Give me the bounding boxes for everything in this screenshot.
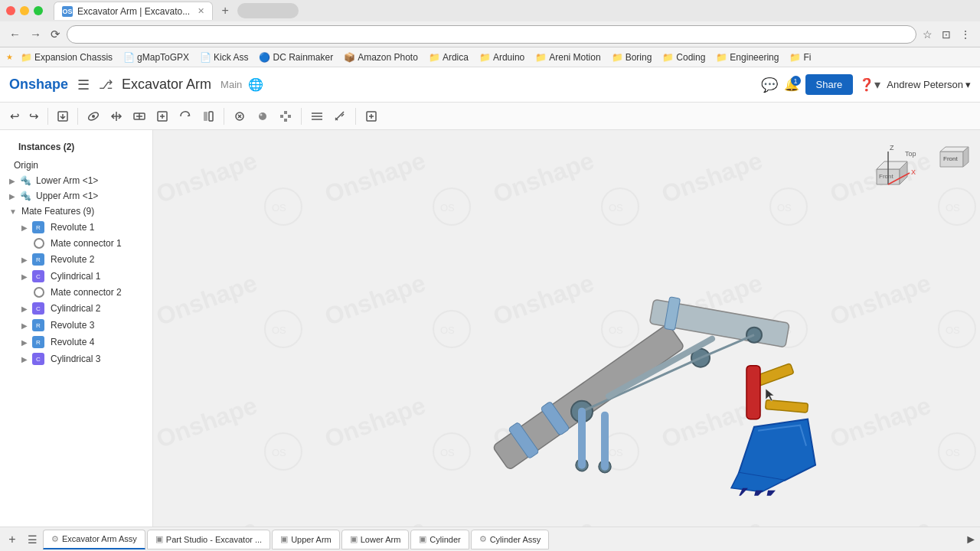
bottom-tab-part-studio[interactable]: ▣ Part Studio - Excavator ... [147, 530, 270, 549]
sidebar-revolute-4[interactable]: ▶ R Revolute 4 [0, 334, 152, 350]
svg-rect-14 [288, 115, 291, 118]
mates-button[interactable] [306, 106, 328, 126]
bookmark-star-icon[interactable]: ☆ [920, 27, 936, 42]
insert-button[interactable] [361, 106, 382, 126]
undo-button[interactable]: ↩ [6, 106, 24, 126]
sidebar-origin[interactable]: Origin [0, 158, 152, 173]
sidebar-upper-arm[interactable]: ▶ 🔩 Upper Arm <1> [0, 188, 152, 204]
cylindrical2-expand-icon: ▶ [21, 305, 28, 313]
measure-button[interactable] [329, 106, 351, 126]
cylindrical1-expand-icon: ▶ [21, 272, 28, 281]
add-tab-button[interactable]: + [3, 530, 21, 549]
sidebar-revolute-1[interactable]: ▶ R Revolute 1 [0, 219, 152, 236]
address-bar[interactable]: https://cad.onshape.com/documents/cabd94… [67, 25, 916, 44]
minimize-button[interactable] [20, 6, 29, 15]
sidebar-cylindrical-1[interactable]: ▶ C Cylindrical 1 [0, 268, 152, 285]
sidebar-mate-connector-2[interactable]: Mate connector 2 [0, 285, 152, 300]
toolbar: ↩ ↪ [0, 103, 980, 130]
rotate-button[interactable] [175, 106, 196, 126]
cylindrical1-label: Cylindrical 1 [51, 271, 100, 282]
new-tab-area[interactable] [237, 3, 299, 18]
svg-point-11 [260, 113, 263, 116]
bookmark-item-fi[interactable]: 📁 Fi [785, 51, 815, 64]
sidebar-mate-connector-1[interactable]: Mate connector 1 [0, 236, 152, 251]
viewport[interactable]: Onshape OS [153, 130, 980, 527]
bookmark-ardica-icon: 📁 [429, 52, 440, 63]
section-view-button[interactable] [198, 106, 219, 126]
bookmark-item-gmaptogpx[interactable]: 📄 gMapToGPX [119, 51, 194, 64]
bottom-tab-upper-arm[interactable]: ▣ Upper Arm [272, 530, 340, 549]
tab-list-button[interactable]: ☰ [23, 530, 41, 549]
bookmark-item-expansion-chassis[interactable]: 📁 Expansion Chassis [16, 51, 117, 64]
back-button[interactable]: ← [6, 26, 24, 42]
bookmark-item-dc-rainmaker[interactable]: 🔵 DC Rainmaker [254, 51, 338, 64]
titlebar: OS Excavator Arm | Excavato... ✕ + [0, 0, 980, 21]
bookmark-item-amazon-photo[interactable]: 📦 Amazon Photo [339, 51, 423, 64]
appearance-icon [256, 109, 270, 123]
bottom-tab-lower-arm[interactable]: ▣ Lower Arm [341, 530, 410, 549]
maximize-button[interactable] [34, 6, 43, 15]
render-button[interactable] [229, 106, 250, 126]
orbit-button[interactable] [83, 106, 104, 126]
tab-title: Excavator Arm | Excavato... [77, 6, 190, 17]
sidebar-mate-features[interactable]: ▼ Mate Features (9) [0, 204, 152, 219]
fit-button[interactable] [152, 106, 173, 126]
bookmark-item-coding[interactable]: 📁 Coding [658, 51, 710, 64]
chat-button[interactable]: 💬 [761, 77, 778, 93]
bookmark-item-areni-motion[interactable]: 📁 Areni Motion [531, 51, 605, 64]
pan-button[interactable] [106, 106, 127, 126]
branch-icon-button[interactable]: ⎇ [96, 76, 116, 93]
sidebar-cylindrical-2[interactable]: ▶ C Cylindrical 2 [0, 300, 152, 317]
globe-button[interactable]: 🌐 [248, 77, 263, 92]
svg-text:X: X [911, 168, 916, 176]
bookmark-item-kick-ass[interactable]: 📄 Kick Ass [195, 51, 253, 64]
mate-connector2-icon [34, 287, 44, 298]
browser-tab-active[interactable]: OS Excavator Arm | Excavato... ✕ [54, 2, 213, 20]
main-content: Instances (2) Origin ▶ 🔩 Lower Arm <1> ▶… [0, 130, 980, 527]
svg-rect-7 [204, 112, 207, 121]
bottom-tab-excavator-arm-assy[interactable]: ⚙ Excavator Arm Assy [43, 530, 145, 549]
window-controls [6, 6, 43, 15]
bottom-tab-cylinder-assy[interactable]: ⚙ Cylinder Assy [471, 530, 550, 549]
user-menu-button[interactable]: Andrew Peterson ▾ [887, 79, 971, 90]
bookmark-item-engineering[interactable]: 📁 Engineering [711, 51, 783, 64]
bookmark-item-arduino[interactable]: 📁 Arduino [475, 51, 529, 64]
export-button[interactable] [53, 107, 73, 126]
redo-button[interactable]: ↪ [25, 106, 43, 126]
bookmark-item-boring[interactable]: 📁 Boring [607, 51, 657, 64]
forward-button[interactable]: → [27, 26, 44, 42]
bookmark-item-ardica[interactable]: 📁 Ardica [424, 51, 473, 64]
sidebar-lower-arm[interactable]: ▶ 🔩 Lower Arm <1> [0, 173, 152, 188]
nav-menu-icon[interactable]: ⋮ [957, 27, 974, 42]
close-button[interactable] [6, 6, 15, 15]
toolbar-separator-3 [224, 108, 224, 125]
cylindrical3-expand-icon: ▶ [21, 355, 28, 364]
sidebar-cylindrical-3[interactable]: ▶ C Cylindrical 3 [0, 350, 152, 367]
revolute2-icon: R [32, 253, 44, 266]
bookmark-arduino-label: Arduino [493, 52, 524, 63]
revolute3-label: Revolute 3 [51, 320, 94, 331]
sidebar-revolute-3[interactable]: ▶ R Revolute 3 [0, 317, 152, 334]
onshape-logo[interactable]: Onshape [9, 77, 68, 93]
bottom-tab-cylinder[interactable]: ▣ Cylinder [410, 530, 469, 549]
lower-arm-expand-icon: ▶ [9, 177, 15, 185]
tab-scroll-right-button[interactable]: ► [965, 533, 977, 546]
bottom-tab-label-1: Part Studio - Excavator ... [166, 535, 262, 544]
explode-button[interactable] [275, 106, 296, 126]
bookmark-amazon-photo-label: Amazon Photo [358, 52, 418, 63]
bookmark-areni-motion-label: Areni Motion [549, 52, 600, 63]
notification-button[interactable]: 🔔 1 [784, 77, 799, 92]
cast-icon[interactable]: ⊡ [939, 27, 954, 42]
reload-button[interactable]: ⟳ [47, 26, 64, 43]
sidebar-revolute-2[interactable]: ▶ R Revolute 2 [0, 251, 152, 268]
share-button[interactable]: Share [805, 74, 854, 95]
bottom-tab-label-2: Upper Arm [291, 535, 332, 544]
bottom-tabs: + ☰ ⚙ Excavator Arm Assy ▣ Part Studio -… [0, 527, 980, 551]
menu-hamburger-button[interactable]: ☰ [77, 77, 90, 93]
appearance-button[interactable] [252, 106, 273, 126]
view-cube[interactable]: Front [934, 138, 972, 178]
tab-close-icon[interactable]: ✕ [198, 6, 204, 16]
new-tab-button[interactable]: + [216, 2, 234, 20]
help-button[interactable]: ❓▾ [859, 77, 880, 92]
zoom-button[interactable] [129, 106, 150, 126]
